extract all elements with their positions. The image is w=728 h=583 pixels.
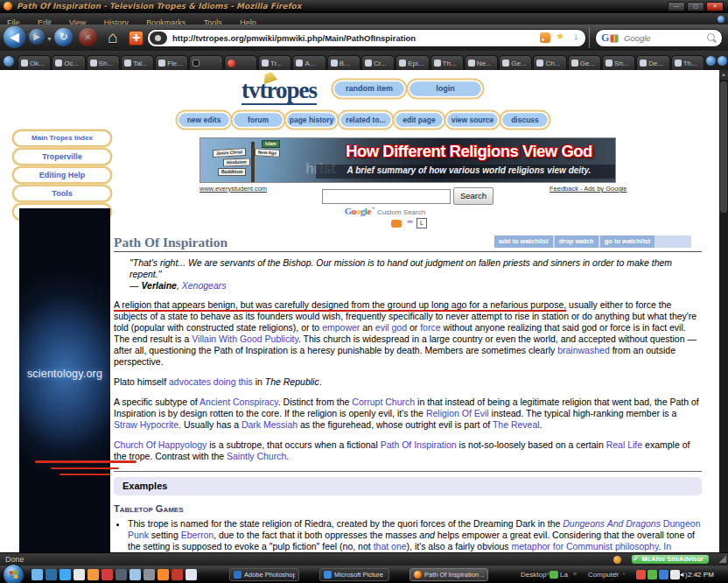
folder-icon[interactable] [550,571,558,579]
taskbar-button-firefox[interactable]: Path Of Inspiration ... [410,568,488,581]
web-search-input[interactable] [622,31,704,46]
resize-grip[interactable] [719,556,726,563]
site-search-input[interactable] [322,189,451,204]
quick-launch-icon[interactable] [172,569,183,580]
inline-link[interactable]: Straw Hypocrite [114,419,178,430]
edit-page-button[interactable]: edit page [396,113,443,127]
related-to-button[interactable]: related to... [340,113,391,127]
inline-link[interactable]: empower [322,322,360,333]
browser-tab[interactable]: Tal... [121,55,154,70]
quick-launch-icon[interactable] [186,569,197,580]
quick-launch-icon[interactable] [144,569,155,580]
browser-tab[interactable]: Epi... [396,55,429,70]
sidebar-item-tools[interactable]: Tools [14,186,110,200]
browser-tab[interactable] [224,55,257,70]
inline-link[interactable]: that one [374,541,407,551]
quick-launch-icon[interactable] [158,569,169,580]
page-history-button[interactable]: page history [287,113,336,127]
url-input[interactable] [171,31,507,46]
vertical-scrollbar[interactable]: ▲ [719,70,728,552]
ad-feedback-link[interactable]: Feedback - Ads by Google [550,185,626,193]
refresh-button[interactable]: ↻ [54,28,73,46]
stop-button[interactable]: ✕ [79,28,97,46]
google-engine-icon[interactable]: G [601,32,609,45]
go-to-watchlist-button[interactable]: go to watchlist [600,235,655,248]
chevron-icon[interactable]: » [614,571,618,577]
forum-button[interactable]: forum [234,113,283,127]
tab-list-icon[interactable] [4,56,14,67]
inline-link[interactable]: Xenogears [182,280,227,291]
search-engine-dropdown[interactable] [610,34,619,43]
random-item-button[interactable]: random item [334,81,404,96]
taskbar-button-picture-it[interactable]: Microsoft Picture It ... [319,568,389,581]
quick-launch-icon[interactable] [74,569,85,580]
browser-tab[interactable] [189,55,222,70]
site-identity-icon[interactable] [150,32,167,45]
back-button[interactable]: ◀ [4,26,25,48]
browser-tab[interactable]: Tr... [258,55,291,70]
browser-tab[interactable]: Ge... [499,55,532,70]
status-orange-icon[interactable] [613,556,621,564]
browser-tab[interactable]: B... [327,55,360,70]
sidebar-item-editing-help[interactable]: Editing Help [14,168,110,182]
tray-icon[interactable] [659,570,668,579]
drop-watch-button[interactable]: drop watch [555,235,598,248]
scroll-up-icon[interactable]: ▲ [719,70,728,80]
quick-launch-icon[interactable] [46,569,57,580]
inline-link[interactable]: Saintly Church [227,451,286,461]
inline-link[interactable]: Ancient Conspiracy [200,397,278,407]
site-search-button[interactable]: Search [453,187,494,205]
discuss-button[interactable]: discuss [502,113,548,127]
search-magnifier-icon[interactable] [707,33,715,41]
quick-launch-icon[interactable] [32,569,43,580]
quick-launch-icon[interactable] [88,569,99,580]
inline-link[interactable]: Eberron [181,530,214,540]
inline-link[interactable]: The Reveal [493,419,540,430]
quick-launch-icon[interactable] [60,569,71,580]
quick-launch-icon[interactable] [102,569,113,580]
view-source-button[interactable]: view source [447,113,498,127]
url-bar[interactable]: ★ ↓ [147,29,586,47]
browser-tab[interactable]: Ch... [533,55,566,70]
inline-link[interactable]: Religion Of Evil [426,408,489,418]
quote-icon[interactable]: ”” [407,219,411,228]
taskbar-button-photoshop[interactable]: Adobe Photoshop [229,568,299,581]
inline-link[interactable]: metaphor for Communist philosophy [511,541,658,551]
sidebar-item-main-tropes-index[interactable]: Main Tropes Index [14,131,110,145]
tvtropes-logo[interactable]: tvtropes [242,77,317,105]
web-search-box[interactable]: G [595,29,723,47]
browser-tab[interactable]: Ok... [18,55,51,70]
tab-scroll-left-icon[interactable] [706,56,716,66]
forward-button[interactable]: ▶ [29,29,45,45]
inline-link[interactable]: Dungeons And Dragons [563,518,661,529]
ad-source-link[interactable]: www.everystudent.com [200,185,267,193]
history-dropdown-icon[interactable]: ▼ [46,36,52,42]
bookmark-star-icon[interactable]: ★ [556,31,564,42]
volume-icon[interactable]: ◄) [678,571,688,579]
inline-link[interactable]: force [420,322,440,333]
tray-icon[interactable] [648,570,657,579]
inline-link[interactable]: Real Life [606,439,642,450]
maximize-button[interactable]: ▢ [687,2,704,11]
inline-link[interactable]: Church Of Happyology [114,439,206,450]
inline-link[interactable]: evil god [375,322,407,333]
quick-launch-icon[interactable] [130,569,141,580]
add-to-watchlist-button[interactable]: add to watchlist [494,235,553,248]
browser-tab[interactable]: Sh... [87,55,120,70]
browser-tab[interactable]: Cr... [361,55,395,70]
new-edits-button[interactable]: new edits [178,113,229,127]
l-box-icon[interactable]: L [416,218,427,228]
download-arrow-icon[interactable]: ↓ [574,31,579,41]
browser-tab[interactable]: Oc... [52,55,85,70]
browser-tab[interactable]: Sh... [602,55,635,70]
tray-expand-icon[interactable]: ‹ [623,571,625,577]
browser-tab[interactable]: A... [292,55,326,70]
inline-link[interactable]: advocates doing this [169,376,253,387]
browser-tab[interactable]: Ne... [465,55,498,70]
add-button[interactable]: ✚ [129,31,144,46]
rss-icon[interactable] [540,32,550,43]
scrollbar-thumb[interactable] [720,81,727,213]
start-button[interactable] [3,564,24,583]
sidebar-item-troperville[interactable]: Troperville [14,150,110,164]
browser-tab[interactable]: De... [636,55,669,70]
